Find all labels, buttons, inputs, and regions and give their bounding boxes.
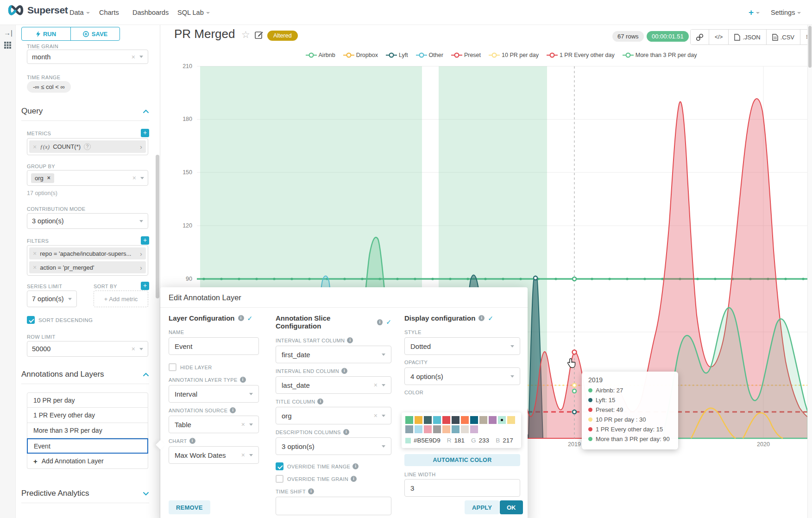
remove-tag-icon[interactable]: ×	[47, 175, 50, 181]
ok-button[interactable]: OK	[500, 500, 523, 514]
caret-down-icon[interactable]	[510, 345, 514, 347]
color-swatch[interactable]	[442, 416, 450, 424]
g-value[interactable]: 233	[479, 437, 490, 444]
series-limit-select[interactable]: 7 option(s)	[27, 291, 77, 307]
override-time-grain-checkbox[interactable]	[276, 475, 283, 483]
clear-icon[interactable]: ×	[374, 412, 378, 419]
add-metric-button[interactable]: +	[141, 129, 149, 137]
remove-filter-icon[interactable]: ×	[33, 264, 37, 271]
info-icon[interactable]: i	[343, 429, 349, 435]
datasource-grid-icon[interactable]	[4, 42, 11, 49]
remove-metric-icon[interactable]: ×	[33, 144, 37, 150]
b-value[interactable]: 217	[503, 437, 513, 444]
color-swatch[interactable]	[489, 416, 497, 424]
copy-link-button[interactable]	[691, 30, 709, 44]
color-swatch[interactable]	[433, 416, 441, 424]
export-csv-button[interactable]: .CSV	[767, 30, 800, 44]
color-swatch[interactable]	[405, 425, 413, 433]
save-button[interactable]: SAVE	[71, 27, 120, 40]
info-icon[interactable]: i	[341, 368, 347, 374]
time-grain-select[interactable]: month ×	[27, 50, 148, 64]
sort-by-add-metric[interactable]: + Add metric	[94, 291, 148, 307]
caret-down-icon[interactable]	[139, 220, 143, 222]
caret-down-icon[interactable]	[139, 56, 143, 58]
clear-icon[interactable]: ×	[374, 382, 378, 388]
clear-icon[interactable]: ×	[241, 452, 245, 458]
info-icon[interactable]: i	[347, 337, 353, 343]
page-scrollbar[interactable]	[807, 25, 812, 518]
description-columns-select[interactable]: 3 option(s)	[276, 437, 391, 455]
info-icon[interactable]: i	[317, 398, 323, 404]
caret-down-icon[interactable]	[382, 384, 385, 386]
hex-value[interactable]: #B5E9D9	[414, 437, 441, 444]
color-swatch[interactable]	[452, 425, 460, 433]
sidebar-scrollbar[interactable]	[156, 155, 159, 298]
filter-pill[interactable]: × action = 'pr_merged' ›	[29, 261, 146, 273]
line-width-input[interactable]	[404, 479, 520, 497]
time-range-pill[interactable]: -∞ ≤ col < ∞	[27, 81, 71, 93]
caret-down-icon[interactable]	[249, 393, 253, 395]
caret-down-icon[interactable]	[249, 423, 253, 426]
sort-descending-checkbox[interactable]	[27, 316, 35, 324]
add-filter-button[interactable]: +	[141, 236, 149, 245]
color-swatch[interactable]	[461, 416, 469, 424]
export-json-button[interactable]: .JSON	[729, 30, 766, 44]
color-swatch[interactable]	[415, 425, 422, 433]
legend-item[interactable]: Other	[416, 52, 443, 58]
line-width-input-field[interactable]	[410, 484, 514, 492]
color-swatch[interactable]	[433, 425, 441, 433]
color-swatch[interactable]	[461, 425, 469, 433]
run-button[interactable]: RUN	[22, 27, 71, 40]
interval-end-select[interactable]: last_date ×	[276, 376, 391, 394]
annotation-layer-item-selected[interactable]: Event	[27, 438, 148, 454]
new-item-button[interactable]: +	[749, 0, 760, 25]
edit-title-icon[interactable]	[255, 31, 264, 39]
style-select[interactable]: Dotted	[404, 337, 520, 355]
add-annotation-layer[interactable]: + Add Annotation Layer	[27, 454, 148, 469]
automatic-color-button[interactable]: AUTOMATIC COLOR	[404, 454, 520, 466]
annotation-layer-item[interactable]: 1 PR Every other day	[27, 408, 148, 423]
color-swatch[interactable]	[470, 425, 478, 433]
opacity-select[interactable]: 4 option(s)	[404, 367, 520, 385]
superset-logo[interactable]: Superset	[7, 5, 68, 16]
legend-item[interactable]: Dropbox	[343, 52, 378, 58]
color-swatch-selected[interactable]	[498, 416, 506, 424]
time-shift-input[interactable]	[276, 497, 391, 515]
legend-item[interactable]: 1 PR Every other day	[547, 52, 615, 58]
info-icon[interactable]: i	[352, 463, 359, 469]
expand-filter-icon[interactable]: ›	[140, 250, 142, 258]
annotation-layer-item[interactable]: 10 PR per day	[27, 392, 148, 408]
metric-pill[interactable]: × ƒ(x) COUNT(*) ? ›	[29, 140, 146, 153]
clear-icon[interactable]: ×	[132, 346, 135, 352]
collapse-panel-icon[interactable]: →|	[4, 29, 13, 37]
info-icon[interactable]: i	[351, 476, 357, 482]
remove-filter-icon[interactable]: ×	[33, 250, 37, 257]
r-value[interactable]: 181	[454, 437, 465, 444]
chart-select[interactable]: Max Work Dates ×	[169, 446, 259, 464]
name-input[interactable]	[169, 337, 259, 355]
filter-pill[interactable]: × repo = 'apache/incubator-supers... ›	[29, 247, 146, 259]
expand-filter-icon[interactable]: ›	[140, 264, 142, 272]
info-icon[interactable]: i	[308, 488, 314, 494]
group-by-select[interactable]: org × ×	[27, 170, 148, 186]
contribution-mode-select[interactable]: 3 option(s)	[27, 213, 148, 229]
info-icon[interactable]: i	[238, 315, 244, 321]
hide-layer-checkbox[interactable]	[169, 363, 176, 371]
chevron-up-icon[interactable]	[143, 109, 149, 114]
color-swatch[interactable]	[405, 416, 413, 424]
color-swatch[interactable]	[424, 416, 432, 424]
caret-down-icon[interactable]	[249, 454, 253, 456]
info-icon[interactable]: i	[240, 377, 246, 383]
annotation-layer-type-select[interactable]: Interval	[169, 385, 259, 403]
legend-item[interactable]: Airbnb	[306, 52, 335, 58]
color-swatch[interactable]	[507, 416, 515, 424]
caret-down-icon[interactable]	[140, 177, 144, 179]
caret-down-icon[interactable]	[510, 375, 514, 378]
legend-item[interactable]: Preset	[451, 52, 481, 58]
color-swatch[interactable]	[415, 416, 422, 424]
caret-down-icon[interactable]	[68, 298, 72, 300]
legend-item[interactable]: 10 PR per day	[489, 52, 539, 58]
title-column-select[interactable]: org ×	[276, 407, 391, 424]
caret-down-icon[interactable]	[382, 415, 385, 417]
name-input-field[interactable]	[175, 342, 253, 350]
